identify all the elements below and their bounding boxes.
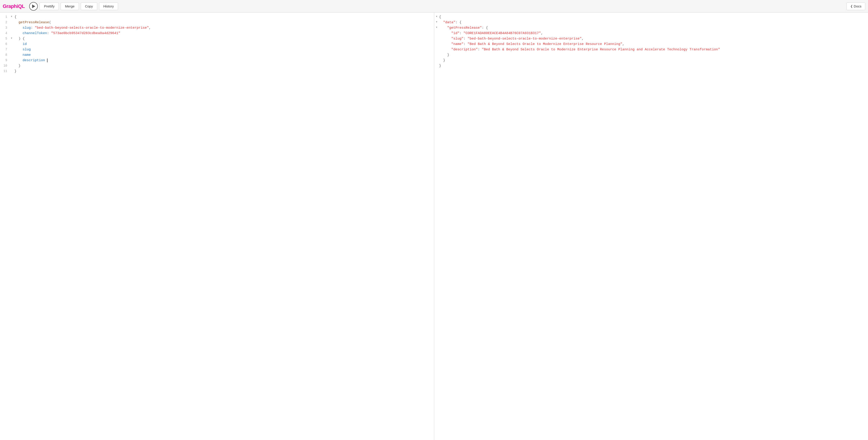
play-icon	[32, 4, 35, 8]
table-row: ▼ "data": {	[434, 20, 868, 25]
line-content: channelToken: "573ae0bcb95347d283cdbea8a…	[14, 31, 434, 36]
table-row: 7 slug	[0, 47, 434, 53]
line-number: 6	[0, 41, 11, 47]
docs-button[interactable]: ❮ Docs	[846, 2, 865, 10]
line-number: 9	[0, 58, 11, 63]
table-row: "name": "Bed Bath & Beyond Selects Oracl…	[434, 41, 868, 47]
table-row: 9 description	[0, 58, 434, 63]
collapse-gutter	[11, 25, 14, 31]
query-lines: 1▼{2 getPressRelease(3 slug: "bed-bath-b…	[0, 14, 434, 74]
table-row: 8 name	[0, 53, 434, 58]
history-button[interactable]: History	[99, 2, 118, 10]
line-content: description	[14, 58, 434, 63]
collapse-gutter	[11, 41, 14, 47]
prettify-button[interactable]: Prettify	[39, 2, 59, 10]
table-row: 11}	[0, 69, 434, 74]
collapse-gutter	[434, 47, 439, 53]
table-row: 10 }	[0, 63, 434, 69]
text-cursor	[45, 59, 48, 62]
table-row: 6 id	[0, 41, 434, 47]
line-content: {	[14, 14, 434, 20]
collapse-gutter	[11, 20, 14, 25]
line-content: }	[439, 58, 868, 63]
collapse-gutter	[11, 58, 14, 63]
collapse-gutter	[434, 31, 439, 36]
collapse-gutter	[434, 63, 439, 69]
collapse-gutter[interactable]: ▼	[434, 20, 439, 25]
table-row: 4 channelToken: "573ae0bcb95347d283cdbea…	[0, 31, 434, 36]
toolbar: GraphiQL Prettify Merge Copy History ❮ D…	[0, 0, 868, 13]
line-number: 5	[0, 36, 11, 41]
table-row: }	[434, 63, 868, 69]
table-row: }	[434, 58, 868, 63]
copy-button[interactable]: Copy	[81, 2, 97, 10]
table-row: 5▼ ) {	[0, 36, 434, 41]
line-content: "getPressRelease": {	[439, 25, 868, 31]
table-row: 1▼{	[0, 14, 434, 20]
response-editor: ▼{▼ "data": {▼ "getPressRelease": { "id"…	[434, 13, 868, 440]
line-number: 10	[0, 63, 11, 69]
collapse-gutter	[11, 31, 14, 36]
table-row: ▼ "getPressRelease": {	[434, 25, 868, 31]
line-content: "name": "Bed Bath & Beyond Selects Oracl…	[439, 41, 868, 47]
line-content: }	[14, 69, 434, 74]
line-number: 7	[0, 47, 11, 53]
collapse-gutter	[11, 53, 14, 58]
line-number: 8	[0, 53, 11, 58]
collapse-gutter	[11, 69, 14, 74]
line-content: slug	[14, 47, 434, 53]
main-content: 1▼{2 getPressRelease(3 slug: "bed-bath-b…	[0, 13, 868, 440]
table-row: }	[434, 53, 868, 58]
chevron-left-icon: ❮	[850, 4, 853, 8]
table-row: "id": "CORE1FADA80EEACE4B4A84B76C07A931B…	[434, 31, 868, 36]
line-content: }	[439, 53, 868, 58]
collapse-gutter	[11, 63, 14, 69]
collapse-gutter[interactable]: ▼	[11, 36, 14, 41]
collapse-gutter	[434, 53, 439, 58]
table-row: ▼{	[434, 14, 868, 20]
query-panel: 1▼{2 getPressRelease(3 slug: "bed-bath-b…	[0, 13, 434, 440]
collapse-gutter[interactable]: ▼	[11, 14, 14, 20]
line-content: }	[439, 63, 868, 69]
collapse-gutter	[11, 47, 14, 53]
line-content: {	[439, 14, 868, 20]
run-button[interactable]	[29, 2, 38, 11]
app-title: GraphiQL	[3, 3, 25, 9]
line-number: 1	[0, 14, 11, 20]
collapse-gutter[interactable]: ▼	[434, 14, 439, 20]
collapse-gutter	[434, 36, 439, 41]
table-row: "slug": "bed-bath-beyond-selects-oracle-…	[434, 36, 868, 41]
line-content: "data": {	[439, 20, 868, 25]
table-row: 3 slug: "bed-bath-beyond-selects-oracle-…	[0, 25, 434, 31]
table-row: 2 getPressRelease(	[0, 20, 434, 25]
line-content: id	[14, 41, 434, 47]
collapse-gutter	[434, 58, 439, 63]
line-content: name	[14, 53, 434, 58]
line-number: 3	[0, 25, 11, 31]
line-number: 4	[0, 31, 11, 36]
merge-button[interactable]: Merge	[61, 2, 79, 10]
line-content: }	[14, 63, 434, 69]
line-content: "description": "Bed Bath & Beyond Select…	[439, 47, 868, 53]
line-content: "slug": "bed-bath-beyond-selects-oracle-…	[439, 36, 868, 41]
table-row: "description": "Bed Bath & Beyond Select…	[434, 47, 868, 53]
response-panel: ▼{▼ "data": {▼ "getPressRelease": { "id"…	[434, 13, 868, 440]
line-content: ) {	[14, 36, 434, 41]
query-editor[interactable]: 1▼{2 getPressRelease(3 slug: "bed-bath-b…	[0, 13, 434, 440]
line-number: 11	[0, 69, 11, 74]
collapse-gutter[interactable]: ▼	[434, 25, 439, 31]
response-lines: ▼{▼ "data": {▼ "getPressRelease": { "id"…	[434, 14, 868, 69]
line-number: 2	[0, 20, 11, 25]
line-content: "id": "CORE1FADA80EEACE4B4A84B76C07A931B…	[439, 31, 868, 36]
line-content: slug: "bed-bath-beyond-selects-oracle-to…	[14, 25, 434, 31]
collapse-gutter	[434, 41, 439, 47]
docs-label: Docs	[854, 4, 862, 8]
line-content: getPressRelease(	[14, 20, 434, 25]
